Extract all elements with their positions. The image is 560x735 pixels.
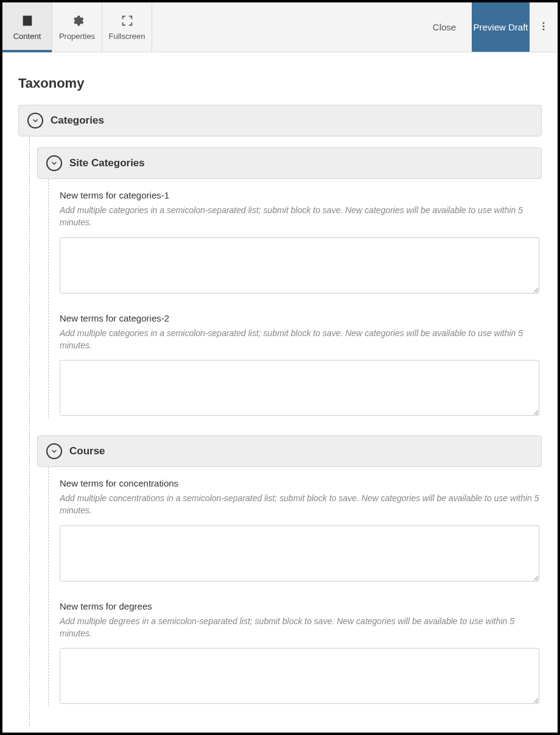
field-concentrations-hint: Add multiple concentrations in a semicol…	[60, 492, 539, 517]
section-categories-title: Categories	[51, 114, 104, 127]
section-course: Course New terms for concentrations Add …	[37, 435, 542, 706]
section-course-title: Course	[69, 445, 105, 457]
section-course-body: New terms for concentrations Add multipl…	[48, 467, 542, 706]
svg-point-1	[543, 25, 545, 27]
section-categories-header[interactable]: Categories	[18, 105, 542, 136]
kebab-icon	[538, 21, 549, 34]
more-menu-button[interactable]	[530, 2, 558, 52]
field-degrees-hint: Add multiple degrees in a semicolon-sepa…	[60, 615, 539, 640]
field-categories-2: New terms for categories-2 Add multiple …	[60, 313, 542, 419]
field-categories-1: New terms for categories-1 Add multiple …	[60, 190, 542, 296]
field-degrees-input[interactable]	[60, 648, 539, 704]
close-button-label: Close	[433, 22, 456, 32]
preview-draft-button[interactable]: Preview Draft	[472, 2, 530, 52]
field-categories-1-label: New terms for categories-1	[60, 190, 539, 200]
field-categories-1-hint: Add multiple categories in a semicolon-s…	[60, 204, 539, 229]
close-button[interactable]: Close	[417, 2, 472, 52]
section-course-header[interactable]: Course	[37, 435, 542, 467]
tab-fullscreen[interactable]: Fullscreen	[102, 2, 152, 52]
field-concentrations-input[interactable]	[60, 526, 539, 582]
tab-fullscreen-label: Fullscreen	[109, 32, 145, 41]
field-categories-1-input[interactable]	[60, 237, 539, 294]
tab-properties[interactable]: Properties	[52, 2, 102, 52]
section-site-categories-body: New terms for categories-1 Add multiple …	[48, 179, 542, 418]
section-site-categories: Site Categories New terms for categories…	[37, 147, 542, 418]
editor-toolbar: Content Properties Fullscreen Close Prev…	[2, 2, 558, 52]
tab-content-label: Content	[13, 32, 41, 41]
field-concentrations: New terms for concentrations Add multipl…	[60, 478, 542, 584]
preview-draft-button-label: Preview Draft	[473, 21, 528, 33]
page-title: Taxonomy	[18, 76, 542, 91]
svg-point-0	[543, 22, 545, 24]
doc-icon	[21, 14, 34, 29]
field-categories-2-hint: Add multiple categories in a semicolon-s…	[60, 327, 539, 352]
field-categories-2-input[interactable]	[60, 360, 539, 416]
section-categories-body: Site Categories New terms for categories…	[29, 136, 542, 726]
field-degrees-label: New terms for degrees	[60, 601, 539, 611]
toolbar-spacer	[152, 2, 417, 52]
editor-window: Content Properties Fullscreen Close Prev…	[0, 0, 560, 735]
tab-content[interactable]: Content	[2, 2, 52, 52]
chevron-down-icon	[46, 155, 62, 171]
content-body: Taxonomy Categories Site Categories	[2, 52, 558, 733]
svg-point-2	[543, 28, 545, 30]
fullscreen-icon	[121, 14, 134, 29]
chevron-down-icon	[46, 443, 62, 459]
field-concentrations-label: New terms for concentrations	[60, 478, 539, 488]
section-site-categories-title: Site Categories	[69, 157, 145, 169]
field-degrees: New terms for degrees Add multiple degre…	[60, 601, 542, 707]
gear-icon	[71, 14, 84, 29]
section-site-categories-header[interactable]: Site Categories	[37, 147, 542, 179]
chevron-down-icon	[27, 113, 43, 128]
tab-properties-label: Properties	[59, 32, 95, 41]
field-categories-2-label: New terms for categories-2	[60, 313, 539, 323]
section-categories: Categories Site Categories New terms for…	[18, 105, 542, 726]
